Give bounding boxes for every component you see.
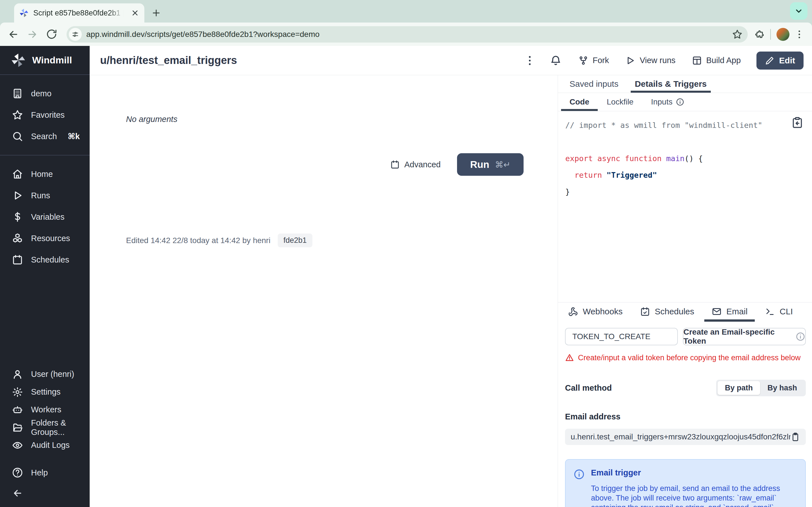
layout-icon — [692, 55, 702, 66]
eye-icon — [12, 440, 23, 451]
profile-avatar[interactable] — [776, 28, 790, 41]
browser-chrome: Script e857be88e0fde2b1 | W ap — [0, 0, 812, 46]
sidebar-item-search[interactable]: Search ⌘k — [0, 126, 90, 147]
sidebar-item-label: Runs — [31, 191, 50, 200]
info-circle-icon — [796, 332, 805, 341]
tab-details-triggers[interactable]: Details & Triggers — [635, 75, 707, 93]
advanced-button[interactable]: Advanced — [390, 160, 441, 169]
tab-strip: Script e857be88e0fde2b1 | W — [0, 0, 812, 22]
code-block: // import * as wmill from "windmill-clie… — [565, 117, 801, 200]
gear-icon — [12, 386, 23, 398]
folder-open-icon — [12, 422, 23, 433]
browser-toolbar: app.windmill.dev/scripts/get/e857be88e0f… — [0, 22, 812, 46]
fork-button[interactable]: Fork — [578, 55, 609, 66]
sidebar-collapse[interactable] — [0, 483, 90, 503]
extensions-icon[interactable] — [754, 29, 765, 40]
by-path-option[interactable]: By path — [718, 381, 760, 395]
dollar-icon — [12, 211, 23, 223]
tab-saved-inputs[interactable]: Saved inputs — [569, 75, 618, 93]
tab-webhooks[interactable]: Webhooks — [568, 302, 622, 321]
version-hash-badge[interactable]: fde2b1 — [278, 233, 312, 247]
star-icon — [12, 109, 23, 121]
sidebar-workspace-group: demo Favorites Search ⌘k — [0, 75, 90, 155]
page-title: u/henri/test_email_triggers — [100, 54, 237, 66]
tab-code[interactable]: Code — [569, 93, 589, 111]
terminal-icon — [765, 306, 775, 317]
call-method-toggle: By path By hash — [716, 380, 806, 396]
run-pane: No arguments Advanced Run ⌘↵ — [90, 75, 558, 507]
building-icon — [12, 88, 23, 99]
create-email-token-button[interactable]: Create an Email-specific Token — [683, 328, 806, 345]
email-address-value: u.henri.test_email_triggers+mrsw23zlouxg… — [571, 432, 791, 441]
sidebar-item-favorites[interactable]: Favorites — [0, 104, 90, 126]
sidebar-item-variables[interactable]: Variables — [0, 206, 90, 228]
sidebar-item-workers[interactable]: Workers — [0, 401, 90, 418]
tab-email[interactable]: Email — [712, 302, 748, 321]
browser-tab[interactable]: Script e857be88e0fde2b1 | W — [14, 3, 144, 22]
robot-icon — [12, 404, 23, 415]
sidebar-item-label: Schedules — [31, 255, 69, 265]
token-input[interactable] — [565, 328, 678, 345]
windmill-favicon-icon — [19, 8, 29, 18]
by-hash-option[interactable]: By hash — [760, 381, 804, 395]
info-circle-icon — [676, 98, 684, 106]
bookmark-star-icon[interactable] — [732, 29, 743, 40]
sidebar-item-label: Workers — [31, 405, 61, 414]
forward-icon[interactable] — [27, 29, 38, 40]
sidebar-item-settings[interactable]: Settings — [0, 383, 90, 401]
new-tab-icon[interactable] — [151, 8, 161, 18]
more-options-icon[interactable] — [523, 54, 536, 67]
brand-name: Windmill — [32, 55, 72, 66]
copy-code-icon[interactable] — [791, 116, 804, 129]
run-button[interactable]: Run ⌘↵ — [457, 153, 523, 176]
toolbar-separator — [770, 29, 771, 40]
search-shortcut: ⌘k — [68, 131, 80, 141]
tab-schedules[interactable]: Schedules — [640, 302, 694, 321]
sidebar-item-audit-logs[interactable]: Audit Logs — [0, 436, 90, 454]
play-outline-icon — [625, 55, 636, 66]
notifications-bell-icon[interactable] — [550, 54, 562, 67]
info-box-title: Email trigger — [591, 468, 791, 477]
windmill-logo-icon — [11, 53, 26, 68]
sidebar-item-user[interactable]: User (henri) — [0, 365, 90, 383]
url-bar[interactable]: app.windmill.dev/scripts/get/e857be88e0f… — [66, 26, 748, 43]
site-info-icon[interactable] — [69, 28, 82, 41]
edit-button[interactable]: Edit — [756, 52, 804, 69]
tab-lockfile[interactable]: Lockfile — [607, 93, 633, 111]
reload-icon[interactable] — [46, 29, 57, 40]
calendar-icon — [12, 254, 23, 265]
build-app-button[interactable]: Build App — [692, 55, 741, 66]
email-address-field[interactable]: u.henri.test_email_triggers+mrsw23zlouxg… — [565, 429, 806, 445]
edited-timestamp: Edited 14:42 22/8 today at 14:42 by henr… — [126, 236, 270, 245]
sidebar: Windmill demo Favorites Search — [0, 46, 90, 507]
sidebar-item-label: Help — [31, 468, 48, 477]
sidebar-item-help[interactable]: Help — [0, 462, 90, 483]
info-box-body: To trigger the job by email, send an ema… — [591, 484, 791, 507]
copy-email-icon[interactable] — [791, 432, 800, 442]
sidebar-item-resources[interactable]: Resources — [0, 228, 90, 249]
trigger-tab-bar: Webhooks Schedules Email — [558, 302, 812, 321]
tab-inputs[interactable]: Inputs — [651, 93, 684, 111]
calendar-check-icon — [640, 306, 650, 317]
search-icon — [12, 131, 23, 142]
user-icon — [12, 369, 23, 380]
webhook-icon — [568, 306, 578, 317]
alert-triangle-icon — [565, 353, 574, 362]
no-arguments-text: No arguments — [126, 115, 177, 124]
sidebar-item-home[interactable]: Home — [0, 163, 90, 185]
browser-menu-icon[interactable] — [794, 29, 805, 40]
back-icon[interactable] — [7, 29, 19, 40]
sidebar-item-workspace[interactable]: demo — [0, 83, 90, 104]
code-viewer[interactable]: // import * as wmill from "windmill-clie… — [558, 111, 812, 302]
sidebar-item-schedules[interactable]: Schedules — [0, 249, 90, 270]
git-fork-icon — [578, 55, 589, 66]
view-runs-button[interactable]: View runs — [625, 55, 675, 66]
tab-close-icon[interactable] — [131, 9, 139, 17]
info-circle-icon — [573, 469, 585, 480]
tab-cli[interactable]: CLI — [765, 302, 793, 321]
tab-search-button[interactable] — [790, 2, 808, 20]
sidebar-item-folders[interactable]: Folders & Groups... — [0, 418, 90, 436]
sidebar-item-label: User (henri) — [31, 370, 74, 379]
sidebar-brand[interactable]: Windmill — [0, 46, 90, 74]
sidebar-item-runs[interactable]: Runs — [0, 185, 90, 206]
